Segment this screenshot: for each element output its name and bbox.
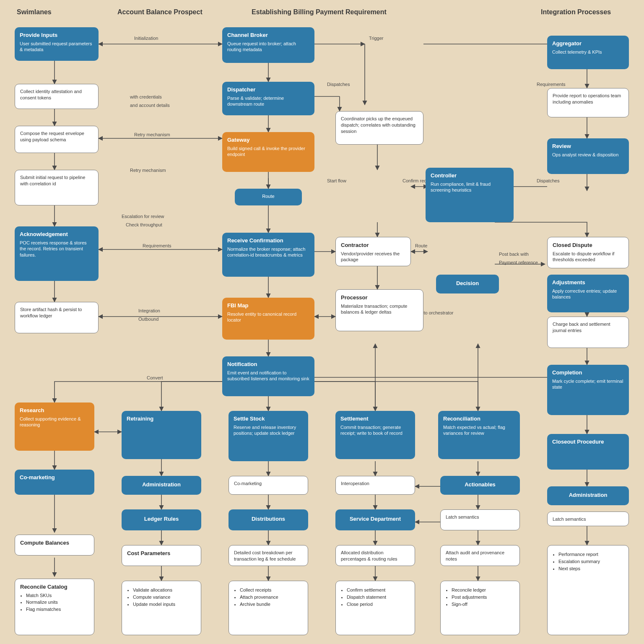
node-closeout: Closeout Procedure	[547, 434, 629, 470]
node-collect-identity: Collect identity attestation and consent…	[15, 84, 99, 109]
node-adjustments: AdjustmentsApply corrective entries; upd…	[547, 275, 629, 312]
edge-label: Start flow	[327, 178, 346, 183]
node-latch: Latch semantics	[547, 512, 629, 526]
edge-label: Integration	[138, 308, 160, 313]
node-gateway: GatewayBuild signed call & invoke the pr…	[222, 132, 314, 172]
edge-label: Convert	[147, 375, 163, 380]
node-decision: Decision	[436, 275, 499, 293]
edge-label: Retry mechanism	[134, 132, 170, 137]
node-reconciliation: ReconciliationMatch expected vs actual; …	[438, 411, 520, 459]
node-co-marketing: Co-marketing	[15, 470, 94, 495]
node-research: ResearchCollect supporting evidence & re…	[15, 402, 94, 451]
node-fbi-map: FBI MapResolve entity to canonical recor…	[222, 298, 314, 340]
edge-label: Requirements	[143, 243, 171, 248]
node-ledger-rules: Ledger Rules	[122, 509, 201, 530]
lane-heading-3: Establishing Billing Payment Requirement	[252, 8, 387, 16]
node-admin-d: Administration	[547, 486, 629, 505]
node-comarketing: Retraining	[122, 411, 201, 459]
node-coordinator: Coordinator picks up the enqueued dispat…	[335, 111, 423, 145]
edge-label: Check throughput	[126, 222, 162, 227]
list-ledger: Reconcile ledgerPost adjustmentsSign-off	[440, 581, 520, 635]
node-audit-notes: Attach audit and provenance notes	[440, 545, 520, 566]
node-router: Route	[235, 189, 302, 205]
node-receive-confirm: Receive ConfirmationNormalize the broker…	[222, 233, 314, 277]
node-actionables: Actionables	[440, 476, 520, 495]
node-cost-accrg: Co-marketing	[229, 476, 308, 495]
node-store-artifact: Store artifact hash & persist to workflo…	[15, 302, 99, 333]
node-review: ReviewOps analyst review & disposition	[547, 138, 629, 174]
node-processor: ProcessorMaterialize transaction; comput…	[335, 289, 423, 331]
list-settlement: Confirm settlementDispatch statementClos…	[335, 581, 415, 635]
node-channel-broker: Channel BrokerQueue request into broker;…	[222, 27, 314, 63]
edge-label: Outbound	[138, 317, 158, 322]
node-acknowledgement: AcknowledgementPOC receives response & s…	[15, 226, 99, 281]
node-aggregator: AggregatorCollect telemetry & KPIs	[547, 36, 629, 69]
list-reconcile: Reconcile Catalog Match SKUsNormalize un…	[15, 579, 94, 635]
edge-label: Escalation for review	[122, 214, 164, 219]
edge-label: Payment reference	[499, 260, 538, 265]
node-dispatcher: DispatcherParse & validate; determine do…	[222, 82, 314, 115]
node-settlement: SettlementCommit transaction; generate r…	[335, 411, 415, 459]
edge-label: with credentials	[130, 94, 162, 99]
list-receipts: Collect receiptsAttach provenanceArchive…	[229, 581, 308, 635]
node-contractor: ContractorVendor/provider receives the p…	[335, 237, 411, 266]
node-interop: Interoperation	[335, 476, 415, 495]
edge-label: Dispatches	[327, 82, 350, 87]
node-service-dept: Service Department	[335, 509, 415, 530]
lane-heading-2: Account Balance Prospect	[117, 8, 203, 16]
edge-label: and account details	[130, 103, 170, 108]
list-performance: Performance reportEscalation summaryNext…	[547, 545, 629, 635]
edge-label: Trigger	[369, 36, 383, 41]
edge-label: Requirements	[537, 82, 565, 87]
node-settle-stock: Settle StockReserve and release inventor…	[229, 411, 308, 461]
edge-label: Post back with	[499, 252, 529, 257]
node-controller: ControllerRun compliance, limit & fraud …	[426, 168, 514, 222]
node-distributions: Distributions	[229, 509, 308, 530]
node-admin: Administration	[122, 476, 201, 495]
edge-label: Retry mechanism	[130, 168, 166, 173]
node-notification: NotificationEmit event and notification …	[222, 356, 314, 396]
lane-heading-1: Swimlanes	[17, 8, 52, 16]
node-provide-inputs: Provide InputsUser submitted request par…	[15, 27, 99, 61]
node-latch-sem: Latch semantics	[440, 509, 520, 530]
node-compose-envelope: Compose the request envelope using paylo…	[15, 126, 99, 153]
node-ops-report: Provide report to operations team includ…	[547, 88, 629, 117]
edge-label: Route	[415, 243, 427, 248]
edge-label: Initialization	[134, 36, 158, 41]
node-compute-balances: Compute Balances	[15, 535, 94, 556]
node-closed-dispute: Closed DisputeEscalate to dispute workfl…	[547, 237, 629, 268]
edge-label: Dispatches	[537, 178, 559, 183]
node-distributions-2: Allocated distribution percentages & rou…	[335, 545, 415, 566]
node-cost-params: Cost Parameters	[122, 545, 201, 566]
node-cost-breakdown: Detailed cost breakdown per transaction …	[229, 545, 308, 566]
node-chargeback: Charge back and settlement journal entri…	[547, 317, 629, 348]
list-allocations: Validate allocationsCompute varianceUpda…	[122, 581, 201, 635]
node-completion: CompletionMark cycle complete; emit term…	[547, 365, 629, 415]
lane-heading-4: Integration Processes	[541, 8, 611, 16]
node-submit-initial: Submit initial request to pipeline with …	[15, 170, 99, 205]
